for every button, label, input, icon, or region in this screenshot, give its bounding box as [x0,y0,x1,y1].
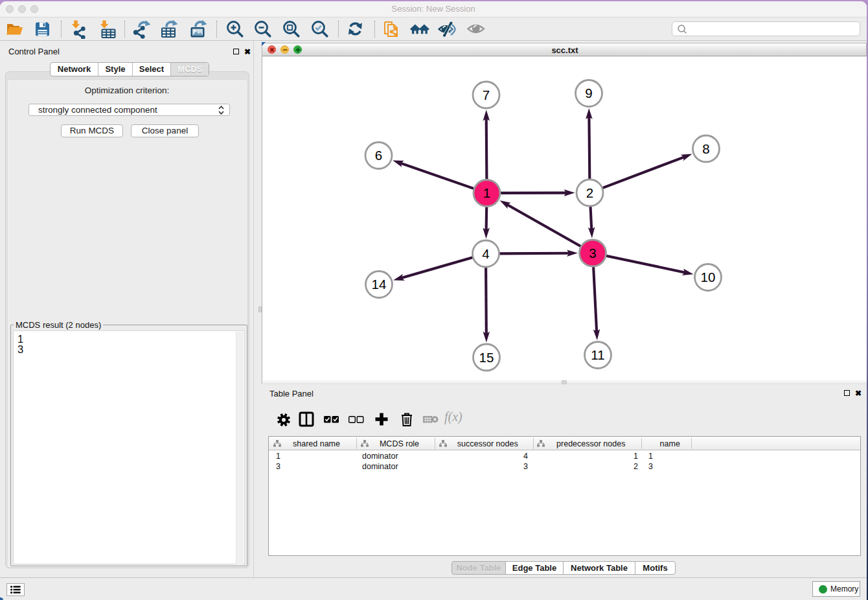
svg-text:2: 2 [586,185,593,200]
svg-text:8: 8 [702,141,709,156]
svg-text:10: 10 [701,270,716,284]
svg-text:7: 7 [483,87,490,102]
svg-text:14: 14 [372,277,387,292]
svg-text:15: 15 [479,350,494,365]
svg-text:3: 3 [589,246,596,260]
svg-text:6: 6 [375,148,382,163]
svg-text:4: 4 [482,246,489,261]
svg-text:11: 11 [591,347,604,362]
svg-text:1: 1 [483,185,490,200]
svg-text:9: 9 [585,86,592,100]
